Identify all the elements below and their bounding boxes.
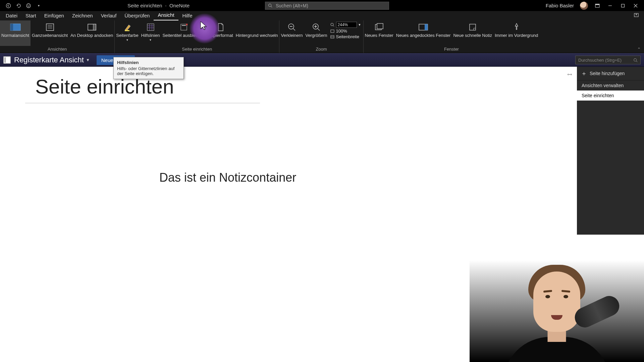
add-page-button[interactable]: ＋ Seite hinzufügen [577,67,644,80]
svg-rect-21 [125,30,129,31]
tab-verlauf[interactable]: Verlauf [97,11,121,20]
zoom-100-row[interactable]: 100% [330,28,361,34]
user-name[interactable]: Fabio Basler [546,3,574,8]
always-on-top-icon [511,22,523,32]
search-icon [633,58,638,62]
svg-rect-9 [622,4,625,7]
maximize-icon[interactable] [620,2,626,9]
svg-point-38 [331,23,333,26]
svg-line-35 [318,28,320,31]
menu-row: Datei Start Einfügen Zeichnen Verlauf Üb… [0,11,644,20]
avatar[interactable] [580,2,588,10]
rect-icon [330,29,335,34]
page-item[interactable]: Ansichten verwalten [577,80,644,90]
hilfslinien-button[interactable]: Hilfslinien ▼ [140,20,161,46]
ribbon-group-fenster: Neues Fenster Neues angedocktes Fenster … [364,20,540,53]
zoom-input[interactable] [336,22,357,28]
svg-rect-20 [93,24,96,30]
tab-datei[interactable]: Datei [2,11,21,20]
an-desktop-andocken-button[interactable]: An Desktop andocken [69,20,114,46]
svg-rect-7 [595,4,599,5]
svg-point-48 [634,58,637,61]
qat-dropdown-icon[interactable]: ▾ [35,2,42,9]
svg-rect-40 [331,30,334,33]
title-bar: ▾ Seite einrichten - OneNote Suchen (Alt… [0,0,644,11]
titlebar-right: Fabio Basler [546,2,644,10]
dock-icon [86,22,98,32]
titlebar-left-icons: ▾ [0,2,42,9]
collapse-ribbon-icon[interactable]: ⌃ [637,47,641,52]
papierformat-button[interactable]: Papierformat [207,20,234,46]
neues-fenster-button[interactable]: Neues Fenster [364,20,395,46]
change-background-icon [251,22,263,32]
zoom-options: ▼ 100% Seitenbreite [329,20,363,46]
seitentitel-ausblenden-button[interactable]: Seitentitel ausblenden [161,20,207,46]
svg-point-2 [28,5,28,6]
search-placeholder: Suchen (Alt+M) [276,3,308,8]
svg-rect-22 [147,24,154,31]
search-box[interactable]: Suchen (Alt+M) [265,2,389,10]
chevron-down-icon[interactable]: ▼ [358,23,361,26]
gridlines-icon [145,22,157,32]
neue-schnelle-notiz-button[interactable]: Neue schnelle Notiz [452,20,493,46]
group-label-ansichten: Ansichten [0,46,114,53]
pagewidth-icon [330,35,335,39]
svg-line-5 [271,6,272,7]
share-icon[interactable] [634,12,639,18]
neues-angedocktes-fenster-button[interactable]: Neues angedocktes Fenster [395,20,452,46]
undo-icon[interactable] [15,2,22,9]
touch-mode-icon[interactable] [25,2,32,9]
notebook-bar: Registerkarte Ansicht ▼ Neuer Absch Durc… [0,53,644,67]
page-search-placeholder: Durchsuchen (Strg+E) [578,58,622,63]
svg-rect-14 [10,24,13,31]
normalansicht-button[interactable]: Normalansicht [0,20,31,46]
tab-ansicht[interactable]: Ansicht [154,11,178,20]
ribbon-group-ansichten: Normalansicht Ganzseitenansicht An Deskt… [0,20,115,53]
notebook-icon[interactable] [3,56,11,64]
expand-icon[interactable]: ⤢ [565,70,574,79]
tooltip-title: Hilfslinien [117,60,180,65]
search-icon [268,3,272,8]
svg-point-4 [269,4,271,7]
notebook-name[interactable]: Registerkarte Ansicht [14,56,84,64]
svg-point-0 [6,3,11,8]
zoom-icon [330,22,335,27]
seitenfarbe-button[interactable]: Seitenfarbe ▼ [115,20,140,46]
verkleinern-button[interactable]: Verkleinern [279,20,304,46]
tab-start[interactable]: Start [21,11,40,20]
svg-rect-44 [377,23,383,29]
quick-note-icon [467,22,479,32]
svg-rect-46 [425,24,428,30]
tab-einfuegen[interactable]: Einfügen [40,11,68,20]
zoom-pagewidth-row[interactable]: Seitenbreite [330,34,361,39]
note-container[interactable]: Das ist ein Notizcontainer [159,171,296,185]
back-icon[interactable] [5,2,12,9]
chevron-down-icon[interactable]: ▼ [86,58,90,62]
tab-hilfe[interactable]: Hilfe [178,11,197,20]
minimize-icon[interactable] [607,2,613,9]
tooltip-body: Hilfs- oder Gitternetzlinien auf der Sei… [117,66,180,76]
svg-rect-27 [181,24,187,30]
hintergrund-wechseln-button[interactable]: Hintergrund wechseln [234,20,279,46]
page-search-box[interactable]: Durchsuchen (Strg+E) [575,56,641,64]
page-item[interactable]: Seite einrichten [577,90,644,101]
tab-zeichnen[interactable]: Zeichnen [68,11,97,20]
plus-icon: ＋ [581,69,587,77]
svg-rect-47 [470,24,476,30]
zoom-in-icon [310,22,322,32]
close-icon[interactable] [632,2,639,9]
ribbon-display-icon[interactable] [594,2,601,9]
svg-line-39 [333,25,334,26]
tooltip-hilfslinien: Hilfslinien Hilfs- oder Gitternetzlinien… [113,57,184,79]
zoom-value-row[interactable]: ▼ [330,22,361,28]
fullpage-view-icon [44,22,56,32]
group-label-fenster: Fenster [364,46,540,53]
page-color-icon [121,22,133,32]
tab-ueberpruefen[interactable]: Überprüfen [120,11,154,20]
immer-im-vordergrund-button[interactable]: Immer im Vordergrund [493,20,539,46]
normal-view-icon [9,22,21,32]
svg-point-1 [26,4,31,8]
vergroessern-button[interactable]: Vergrößern [304,20,329,46]
ganzseitenansicht-button[interactable]: Ganzseitenansicht [31,20,69,46]
presenter [506,251,607,362]
